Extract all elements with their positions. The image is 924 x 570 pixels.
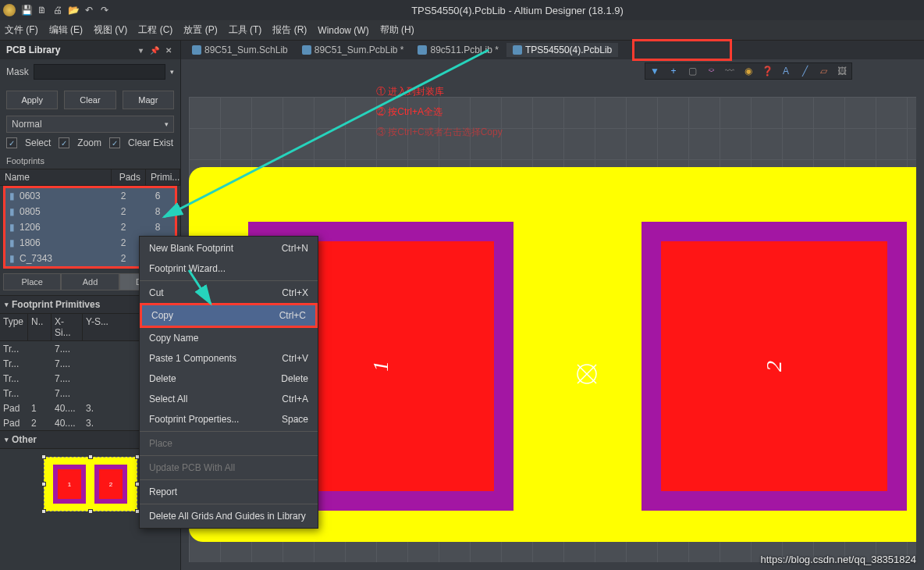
quick-save-icon[interactable]: 💾 bbox=[20, 4, 33, 16]
menu-tools[interactable]: 工具 (T) bbox=[229, 23, 262, 37]
footprint-name: 1206 bbox=[18, 222, 106, 233]
annotation-text: ① 进入到封装库 ② 按Ctrl+A全选 ③ 按Ctrl+C或者右击选择Copy bbox=[376, 81, 503, 142]
context-menu-item[interactable]: New Blank FootprintCtrl+N bbox=[140, 238, 318, 258]
clear-button[interactable]: Clear bbox=[64, 91, 116, 109]
ctx-label: Cut bbox=[149, 287, 164, 298]
document-tab[interactable]: TPS54550(4).PcbLib bbox=[506, 43, 618, 57]
context-menu-item[interactable]: Copy Name bbox=[140, 328, 318, 348]
ctx-label: Footprint Properties... bbox=[149, 414, 239, 425]
panel-dropdown-icon[interactable]: ▾ bbox=[135, 45, 146, 55]
quick-undo-icon[interactable]: ↶ bbox=[83, 4, 95, 16]
footprint-row[interactable]: ▮120628 bbox=[5, 219, 175, 235]
ctx-label: Report bbox=[149, 486, 177, 497]
ctx-label: Select All bbox=[149, 394, 187, 404]
ctx-shortcut: Space bbox=[282, 414, 308, 425]
context-menu-item[interactable]: Delete All Grids And Guides in Library bbox=[140, 506, 318, 526]
ctx-label: Delete bbox=[149, 373, 176, 384]
annotation-tab-highlight bbox=[632, 39, 732, 61]
footprint-name: 0603 bbox=[18, 191, 106, 201]
quick-redo-icon[interactable]: ↷ bbox=[98, 4, 111, 16]
place-button[interactable]: Place bbox=[3, 273, 61, 290]
col-name[interactable]: Name bbox=[0, 169, 112, 185]
image-tool-icon[interactable]: 🖼 bbox=[836, 65, 848, 77]
col-pads[interactable]: Pads bbox=[112, 169, 146, 185]
info-icon[interactable]: ❓ bbox=[761, 65, 773, 77]
context-menu-item[interactable]: Footprint Wizard... bbox=[140, 258, 318, 279]
menu-window[interactable]: Window (W) bbox=[318, 25, 368, 36]
line-tool-icon[interactable]: ╱ bbox=[798, 65, 811, 77]
context-menu-item[interactable]: Select AllCtrl+A bbox=[140, 389, 318, 409]
mask-input[interactable] bbox=[34, 64, 165, 80]
context-menu: New Blank FootprintCtrl+NFootprint Wizar… bbox=[139, 236, 318, 529]
menu-project[interactable]: 工程 (C) bbox=[138, 23, 172, 37]
footprint-row[interactable]: ▮080528 bbox=[5, 204, 175, 219]
track-tool-icon[interactable]: 〰 bbox=[723, 65, 736, 77]
panel-close-icon[interactable]: ✕ bbox=[163, 45, 174, 55]
tab-icon bbox=[418, 45, 427, 55]
via-tool-icon[interactable]: ⌔ bbox=[705, 65, 717, 77]
context-menu-item[interactable]: Footprint Properties...Space bbox=[140, 409, 318, 429]
panel-title: PCB Library bbox=[6, 45, 60, 55]
annotation-line-3: ③ 按Ctrl+C或者右击选择Copy bbox=[376, 122, 503, 142]
window-title: TPS54550(4).PcbLib - Altium Designer (18… bbox=[114, 5, 921, 16]
footprint-pads: 2 bbox=[106, 191, 140, 201]
context-menu-item: Place bbox=[140, 433, 318, 454]
pad-2[interactable]: 2 bbox=[641, 222, 907, 511]
magnify-button[interactable]: Magr bbox=[123, 91, 174, 109]
text-tool-icon[interactable]: A bbox=[780, 65, 792, 77]
app-logo-icon bbox=[3, 4, 16, 16]
zoom-checkbox[interactable]: ✓ bbox=[59, 137, 69, 148]
polygon-icon[interactable]: ◉ bbox=[742, 65, 755, 77]
menu-place[interactable]: 放置 (P) bbox=[183, 23, 217, 37]
annotation-line-2: ② 按Ctrl+A全选 bbox=[376, 102, 503, 122]
apply-button[interactable]: Apply bbox=[6, 91, 58, 109]
clearexist-checkbox[interactable]: ✓ bbox=[109, 137, 120, 148]
quick-open-icon[interactable]: 📂 bbox=[67, 4, 80, 16]
prim-col-type[interactable]: Type bbox=[0, 314, 28, 340]
context-menu-item[interactable]: Report bbox=[140, 482, 318, 502]
document-tab[interactable]: 89C51_Sum.SchLib bbox=[186, 43, 294, 57]
panel-pin-icon[interactable]: 📌 bbox=[149, 45, 160, 55]
footprint-pads: 2 bbox=[106, 237, 140, 248]
quick-print-icon[interactable]: 🖨 bbox=[52, 4, 64, 16]
footprint-pads: 2 bbox=[106, 206, 140, 217]
tab-label: TPS54550(4).PcbLib bbox=[525, 45, 612, 55]
footprint-row[interactable]: ▮060326 bbox=[5, 188, 175, 204]
menu-view[interactable]: 视图 (V) bbox=[94, 23, 127, 37]
ctx-shortcut: Ctrl+X bbox=[282, 287, 308, 298]
clearexist-checkbox-label: Clear Exist bbox=[128, 137, 173, 148]
context-menu-item[interactable]: CopyCtrl+C bbox=[142, 305, 315, 326]
document-tab[interactable]: 89C51_Sum.PcbLib * bbox=[296, 43, 410, 57]
context-menu-item[interactable]: DeleteDelete bbox=[140, 369, 318, 389]
menu-file[interactable]: 文件 (F) bbox=[5, 23, 38, 37]
col-prim[interactable]: Primi... bbox=[146, 169, 180, 185]
footprint-icon: ▮ bbox=[5, 253, 18, 264]
filter-icon[interactable]: ▼ bbox=[649, 65, 661, 77]
tab-label: 89C51_Sum.SchLib bbox=[204, 45, 288, 55]
editor-toolbar: ▼ + ▢ ⌔ 〰 ◉ ❓ A ╱ ▱ 🖼 bbox=[645, 62, 852, 80]
zoom-checkbox-label: Zoom bbox=[77, 137, 101, 148]
context-menu-item[interactable]: CutCtrl+X bbox=[140, 283, 318, 303]
ctx-shortcut: Ctrl+A bbox=[282, 394, 308, 404]
pad-tool-icon[interactable]: ▢ bbox=[686, 65, 698, 77]
rect-tool-icon[interactable]: ▱ bbox=[817, 65, 830, 77]
tab-icon bbox=[513, 45, 522, 55]
menu-help[interactable]: 帮助 (H) bbox=[380, 23, 414, 37]
quick-saveall-icon[interactable]: 🗎 bbox=[36, 4, 48, 16]
menubar: 文件 (F) 编辑 (E) 视图 (V) 工程 (C) 放置 (P) 工具 (T… bbox=[0, 20, 924, 41]
context-menu-item[interactable]: Paste 1 ComponentsCtrl+V bbox=[140, 348, 318, 369]
add-button[interactable]: Add bbox=[61, 273, 119, 290]
prim-col-n[interactable]: N.. bbox=[28, 314, 52, 340]
menu-report[interactable]: 报告 (R) bbox=[272, 23, 307, 37]
document-tab[interactable]: 89c511.PcbLib * bbox=[411, 43, 504, 57]
ctx-label: Paste 1 Components bbox=[149, 353, 236, 364]
mask-dropdown-icon[interactable]: ▾ bbox=[170, 68, 174, 76]
ctx-shortcut: Ctrl+N bbox=[282, 243, 308, 254]
annotation-line-1: ① 进入到封装库 bbox=[376, 81, 503, 102]
crosshair-icon[interactable]: + bbox=[667, 65, 680, 77]
select-checkbox[interactable]: ✓ bbox=[6, 137, 17, 148]
ctx-shortcut: Delete bbox=[281, 373, 308, 384]
menu-edit[interactable]: 编辑 (E) bbox=[49, 23, 83, 37]
prim-col-x[interactable]: X-Si... bbox=[52, 314, 83, 340]
mode-select[interactable]: Normal ▾ bbox=[6, 116, 174, 133]
